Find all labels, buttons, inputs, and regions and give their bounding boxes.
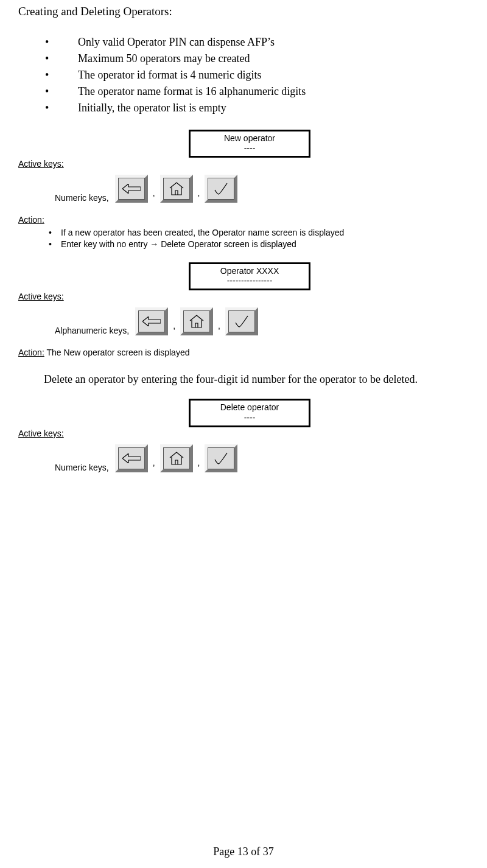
- lcd-line: ----------------: [191, 276, 309, 285]
- home-key[interactable]: [160, 175, 193, 203]
- keys-lead-label: Numeric keys,: [55, 193, 109, 203]
- lcd-line: New operator: [191, 133, 309, 143]
- keys-row: Numeric keys, , ,: [18, 175, 481, 203]
- check-icon: [213, 182, 229, 195]
- delete-paragraph: Delete an operator by entering the four-…: [18, 372, 481, 387]
- home-icon: [169, 182, 184, 195]
- page-footer: Page 13 of 37: [0, 845, 487, 858]
- list-item: The operator name format is 16 alphanume…: [45, 83, 481, 100]
- separator: ,: [198, 188, 200, 198]
- separator: ,: [153, 188, 155, 198]
- action-label: Action:: [18, 348, 44, 357]
- keys-lead-label: Alphanumeric keys,: [55, 326, 129, 335]
- main-bullet-list: Only valid Operator PIN can dispense AFP…: [18, 34, 481, 116]
- section-title: Creating and Deleting Operators:: [18, 5, 481, 18]
- list-item: Only valid Operator PIN can dispense AFP…: [45, 34, 481, 51]
- check-key[interactable]: [205, 175, 237, 203]
- separator: ,: [153, 458, 155, 467]
- list-item: Maximum 50 operators may be created: [45, 51, 481, 67]
- check-icon: [213, 452, 229, 465]
- check-key[interactable]: [225, 307, 258, 335]
- home-icon: [189, 315, 205, 328]
- action-heading: Action:: [18, 215, 481, 225]
- active-keys-label: Active keys:: [18, 159, 64, 169]
- lcd-line: Delete operator: [191, 402, 309, 412]
- keys-row: Alphanumeric keys, , ,: [18, 307, 481, 335]
- list-item: Initially, the operator list is empty: [45, 100, 481, 116]
- separator: ,: [198, 458, 200, 467]
- action-text: The New operator screen is displayed: [46, 348, 189, 357]
- home-key[interactable]: [160, 444, 193, 472]
- home-key[interactable]: [180, 307, 213, 335]
- lcd-screen-delete-operator: Delete operator ----: [189, 399, 310, 427]
- keys-lead-label: Numeric keys,: [55, 463, 109, 472]
- list-item: The operator id format is 4 numeric digi…: [45, 67, 481, 83]
- lcd-line: Operator XXXX: [191, 266, 309, 276]
- list-item: Enter key with no entry → Delete Operato…: [49, 239, 481, 250]
- back-arrow-icon: [122, 184, 141, 194]
- active-keys-label: Active keys:: [18, 292, 64, 301]
- lcd-screen-new-operator: New operator ----: [189, 130, 310, 158]
- home-icon: [169, 452, 184, 465]
- lcd-line: ----: [191, 413, 309, 422]
- separator: ,: [218, 321, 220, 331]
- back-key[interactable]: [115, 444, 148, 472]
- check-icon: [234, 315, 250, 328]
- active-keys-label: Active keys:: [18, 429, 64, 438]
- check-key[interactable]: [205, 444, 237, 472]
- back-arrow-icon: [122, 453, 141, 463]
- action-bullet-list: If a new operator has been created, the …: [18, 227, 481, 250]
- back-key[interactable]: [115, 175, 148, 203]
- keys-row: Numeric keys, , ,: [18, 444, 481, 472]
- list-item: If a new operator has been created, the …: [49, 227, 481, 239]
- action-label: Action:: [18, 215, 44, 225]
- separator: ,: [173, 321, 175, 331]
- back-arrow-icon: [142, 317, 161, 326]
- back-key[interactable]: [135, 307, 168, 335]
- lcd-screen-operator-name: Operator XXXX ----------------: [189, 262, 310, 290]
- lcd-line: ----: [191, 143, 309, 153]
- action-line: Action: The New operator screen is displ…: [18, 348, 481, 357]
